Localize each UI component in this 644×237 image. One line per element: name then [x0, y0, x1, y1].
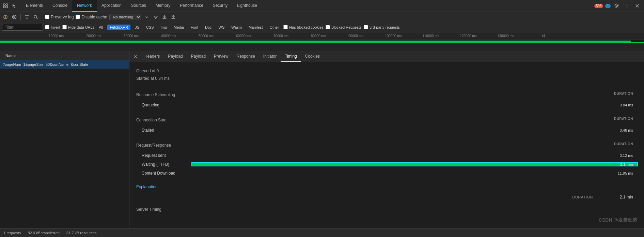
- filter-manifest-btn[interactable]: Manifest: [246, 25, 265, 30]
- tab-security[interactable]: Security: [208, 0, 232, 12]
- request-name: ?pageNum=1&pageSize=50&sortName=&sortSta…: [3, 62, 90, 66]
- timeline-mark-6: 60000 ms: [225, 34, 262, 38]
- tab-elements[interactable]: Elements: [21, 0, 48, 12]
- message-badge: 1: [605, 4, 611, 8]
- tab-payload-2[interactable]: Payload: [187, 51, 210, 62]
- tab-response[interactable]: Response: [233, 51, 259, 62]
- request-sent-label: Request sent: [136, 153, 191, 158]
- tab-bar-right: 596 1: [594, 2, 644, 10]
- watermark: CSDN @发量旺盛: [599, 217, 637, 223]
- network-toolbar: Preserve log Disable cache No throttling: [0, 12, 644, 22]
- filter-fetch-xhr-btn[interactable]: Fetch/XHR: [107, 25, 130, 30]
- cursor-icon[interactable]: [10, 2, 18, 10]
- request-sent-bar: [191, 153, 637, 158]
- export-icon[interactable]: [170, 14, 177, 20]
- waiting-ttfb-bar-fill: [191, 162, 638, 166]
- filter-img-btn[interactable]: Img: [158, 25, 169, 30]
- connection-start-section: Connection Start DURATION Stalled 0.48 m…: [136, 113, 637, 135]
- svg-point-4: [616, 5, 618, 7]
- filter-doc-btn[interactable]: Doc: [203, 25, 214, 30]
- timing-meta: Queued at 0 Started at 0.84 ms: [136, 68, 637, 82]
- timeline-mark-4: 40000 ms: [150, 34, 187, 38]
- disable-cache-checkbox[interactable]: Disable cache: [76, 15, 107, 19]
- timeline-green-bar: [0, 41, 631, 42]
- request-response-header: Request/Response DURATION: [136, 138, 637, 150]
- timeline-mark-10: 100000 ms: [375, 34, 412, 38]
- tab-application[interactable]: Application: [97, 0, 126, 12]
- more-icon[interactable]: [623, 2, 631, 10]
- tab-console[interactable]: Console: [48, 0, 72, 12]
- tab-timing[interactable]: Timing: [281, 51, 301, 62]
- throttle-select[interactable]: No throttling: [109, 14, 141, 20]
- tab-performance-label: Performance: [180, 3, 203, 8]
- tab-network[interactable]: Network: [72, 0, 97, 12]
- settings-icon[interactable]: [613, 2, 621, 10]
- filter-js-btn[interactable]: JS: [132, 25, 142, 30]
- stalled-tick: [191, 128, 191, 132]
- duration-header-3: DURATION: [614, 142, 633, 146]
- timeline-mark-9: 90000 ms: [337, 34, 375, 38]
- filter-other-btn[interactable]: Other: [267, 25, 282, 30]
- queued-at: Queued at 0: [136, 68, 637, 75]
- preserve-log-checkbox[interactable]: Preserve log: [45, 15, 74, 19]
- invert-checkbox[interactable]: Invert: [45, 25, 60, 29]
- queueing-bar: [191, 103, 637, 107]
- detail-close-btn[interactable]: [131, 52, 140, 61]
- inspect-icon[interactable]: [1, 2, 10, 10]
- total-row: DURATION 2.1 min: [136, 193, 637, 202]
- tab-sources[interactable]: Sources: [126, 0, 151, 12]
- status-bar: 1 requests 82.0 kB transferred 81.7 kB r…: [0, 228, 644, 237]
- import-icon[interactable]: [161, 14, 168, 20]
- throttle-chevron-icon[interactable]: [143, 14, 150, 20]
- tab-initiator[interactable]: Initiator: [259, 51, 281, 62]
- search-icon[interactable]: [32, 14, 39, 20]
- stalled-label: Stalled: [136, 128, 191, 133]
- timeline-selection-row: [0, 42, 644, 51]
- timeline-mark-11: 110000 ms: [412, 34, 450, 38]
- toolbar-divider-1: [20, 14, 21, 20]
- tab-payload-1[interactable]: Payload: [164, 51, 187, 62]
- wifi-icon[interactable]: [152, 14, 159, 20]
- server-timing-label: Server Timing: [136, 207, 161, 212]
- has-blocked-cookies-checkbox[interactable]: Has blocked cookies: [283, 25, 324, 29]
- tab-headers[interactable]: Headers: [140, 51, 164, 62]
- record-icon[interactable]: [2, 14, 9, 20]
- clear-icon[interactable]: [11, 14, 18, 20]
- content-download-label: Content Download: [136, 171, 191, 176]
- resources-size: 81.7 kB resources: [66, 231, 97, 235]
- total-duration: 2.1 min: [592, 195, 633, 199]
- toolbar-divider-2: [42, 14, 42, 20]
- queueing-row: Queueing 0.84 ms: [136, 101, 637, 109]
- filter-all-btn[interactable]: All: [96, 25, 105, 30]
- hide-data-urls-checkbox[interactable]: Hide data URLs: [62, 25, 95, 29]
- filter-ws-btn[interactable]: WS: [216, 25, 227, 30]
- filter-icon[interactable]: [23, 14, 30, 20]
- stalled-bar: [191, 128, 637, 133]
- tab-performance[interactable]: Performance: [175, 0, 208, 12]
- request-sent-tick: [191, 153, 191, 158]
- resource-scheduling-header: Resource Scheduling DURATION: [136, 88, 637, 99]
- devtools-icons: [1, 2, 21, 10]
- explanation-link[interactable]: Explanation: [136, 184, 158, 189]
- tab-lighthouse[interactable]: Lighthouse: [232, 0, 262, 12]
- name-column-header: Name: [0, 54, 16, 58]
- tab-memory[interactable]: Memory: [151, 0, 175, 12]
- third-party-checkbox[interactable]: 3rd-party requests: [364, 25, 400, 29]
- filter-input[interactable]: [2, 24, 43, 31]
- waiting-ttfb-duration: 2.1 min: [592, 162, 633, 166]
- request-row[interactable]: ?pageNum=1&pageSize=50&sortName=&sortSta…: [0, 60, 129, 69]
- blocked-requests-checkbox[interactable]: Blocked Requests: [326, 25, 362, 29]
- tab-elements-label: Elements: [26, 3, 43, 8]
- timeline-mark-2: 20000 ms: [75, 34, 112, 38]
- duration-header-2: DURATION: [614, 117, 633, 121]
- filter-wasm-btn[interactable]: Wasm: [229, 25, 244, 30]
- timeline-mark-1: 10000 ms: [37, 34, 75, 38]
- tab-lighthouse-label: Lighthouse: [237, 3, 257, 8]
- tab-cookies[interactable]: Cookies: [301, 51, 324, 62]
- svg-rect-0: [3, 4, 5, 5]
- filter-css-btn[interactable]: CSS: [144, 25, 156, 30]
- filter-media-btn[interactable]: Media: [171, 25, 186, 30]
- tab-preview[interactable]: Preview: [210, 51, 233, 62]
- close-devtools-icon[interactable]: [633, 2, 641, 10]
- filter-font-btn[interactable]: Font: [188, 25, 201, 30]
